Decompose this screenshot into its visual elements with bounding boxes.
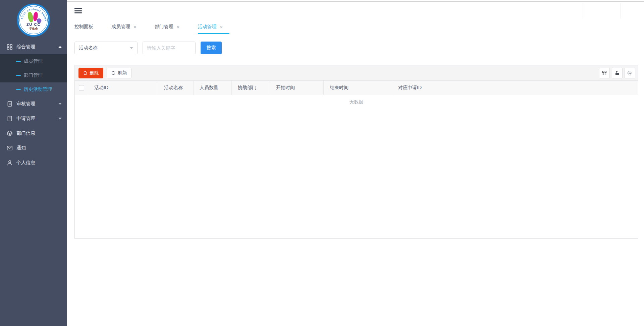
empty-state: 无数据 [75, 95, 638, 110]
filter-select[interactable]: 活动名称 [74, 42, 138, 54]
person-icon [7, 160, 13, 166]
keyword-input[interactable] [143, 42, 196, 54]
tab-bar: 控制面板 成员管理 × 部门管理 × 活动管理 × [67, 20, 644, 34]
print-icon [627, 70, 633, 76]
main-area: 控制面板 成员管理 × 部门管理 × 活动管理 × 活动名称 搜索 [67, 0, 644, 326]
sidebar-item-label: 综合管理 [16, 44, 58, 50]
column-header: 结束时间 [324, 81, 392, 95]
chevron-down-icon [58, 103, 62, 105]
filter-select-value: 活动名称 [79, 45, 130, 51]
sidebar-item-department-info[interactable]: 部门信息 [0, 126, 67, 141]
trash-icon [83, 71, 88, 75]
sidebar-item-label: 申请管理 [16, 116, 58, 122]
delete-button-label: 删除 [90, 70, 99, 76]
sidebar-item-label: 个人信息 [16, 160, 62, 166]
table-card: 删除 刷新 [74, 65, 638, 239]
header-select-all-cell [75, 81, 88, 95]
tab-label: 控制面板 [74, 24, 93, 30]
submenu-comprehensive: 成员管理 部门管理 [0, 54, 67, 82]
chevron-up-icon [58, 46, 62, 48]
tab-label: 部门管理 [155, 24, 173, 30]
sidebar-item-label: 部门信息 [16, 130, 62, 136]
submenu-dash-icon [16, 61, 21, 62]
column-header: 人员数量 [194, 81, 232, 95]
hamburger-menu-icon[interactable] [74, 7, 82, 15]
sidebar-item-application-management[interactable]: 申请管理 [0, 111, 67, 126]
close-icon[interactable]: × [133, 24, 137, 29]
sidebar-item-review-management[interactable]: 审核管理 [0, 96, 67, 111]
document-icon [7, 101, 13, 107]
column-header: 活动ID [88, 81, 158, 95]
logo: SUCC STUDENT UNION ZU CC 学生会 [0, 0, 67, 40]
sidebar-item-comprehensive-management[interactable]: 综合管理 [0, 40, 67, 54]
document-icon [7, 116, 13, 122]
column-header: 协助部门 [232, 81, 270, 95]
logo-text-line2: 学生会 [29, 27, 38, 30]
logo-text-line1: ZU CC [26, 22, 41, 26]
submenu-dash-icon [16, 89, 21, 90]
column-header: 活动名称 [158, 81, 194, 95]
tab-control-panel[interactable]: 控制面板 [74, 20, 100, 34]
logo-badge: SUCC STUDENT UNION ZU CC 学生会 [17, 3, 50, 37]
sidebar-item-notifications[interactable]: 通知 [0, 141, 67, 155]
toolbar-right-icons [597, 68, 635, 78]
table-toolbar: 删除 刷新 [74, 65, 638, 80]
table-header-row: 活动ID 活动名称 人员数量 协助部门 开始时间 结束时间 对应申请ID [75, 81, 638, 95]
chevron-down-icon [130, 47, 133, 49]
grid-icon [7, 44, 13, 50]
sidebar-item-label: 通知 [16, 145, 62, 151]
header-divider [621, 3, 621, 18]
submenu-dash-icon [16, 75, 21, 76]
sidebar: SUCC STUDENT UNION ZU CC 学生会 综合管理 [0, 0, 67, 326]
export-button[interactable] [612, 68, 623, 78]
empty-state-text: 无数据 [350, 99, 364, 105]
refresh-button[interactable]: 刷新 [107, 68, 131, 78]
delete-button[interactable]: 删除 [78, 68, 103, 78]
sidebar-subitem-member-management[interactable]: 成员管理 [0, 54, 67, 68]
table-body: 无数据 [75, 95, 638, 238]
column-settings-button[interactable] [599, 68, 610, 78]
data-table: 活动ID 活动名称 人员数量 协助部门 开始时间 结束时间 对应申请ID 无数据 [74, 80, 638, 239]
column-header: 开始时间 [270, 81, 324, 95]
layers-icon [7, 130, 13, 136]
sidebar-subitem-history-activity-management[interactable]: 历史活动管理 [0, 82, 67, 96]
tab-activity-management[interactable]: 活动管理 × [198, 20, 230, 34]
sidebar-item-personal-info[interactable]: 个人信息 [0, 155, 67, 170]
refresh-icon [111, 71, 116, 75]
column-header: 对应申请ID [392, 81, 638, 95]
sidebar-subitem-label: 部门管理 [24, 72, 43, 78]
search-button[interactable]: 搜索 [201, 42, 222, 54]
tab-label: 成员管理 [111, 24, 130, 30]
export-icon [614, 70, 620, 76]
app-root: SUCC STUDENT UNION ZU CC 学生会 综合管理 [0, 0, 644, 326]
tab-department-management[interactable]: 部门管理 × [155, 20, 186, 34]
search-row: 活动名称 搜索 [74, 42, 644, 54]
sidebar-subitem-label: 历史活动管理 [24, 86, 52, 92]
header-divider [583, 3, 583, 18]
column-settings-icon [602, 70, 607, 76]
mail-icon [7, 145, 13, 151]
select-all-checkbox[interactable] [79, 85, 84, 90]
refresh-button-label: 刷新 [118, 70, 127, 76]
sidebar-item-label: 审核管理 [16, 101, 58, 107]
tab-member-management[interactable]: 成员管理 × [111, 20, 143, 34]
print-button[interactable] [625, 68, 635, 78]
sidebar-subitem-label: 成员管理 [24, 58, 43, 64]
top-header [67, 2, 644, 20]
sidebar-menu: 综合管理 成员管理 部门管理 历史活动管理 [0, 40, 67, 170]
close-icon[interactable]: × [177, 24, 180, 29]
close-icon[interactable]: × [220, 24, 223, 29]
chevron-down-icon [58, 118, 62, 120]
sidebar-subitem-department-management[interactable]: 部门管理 [0, 68, 67, 82]
tab-label: 活动管理 [198, 24, 217, 30]
